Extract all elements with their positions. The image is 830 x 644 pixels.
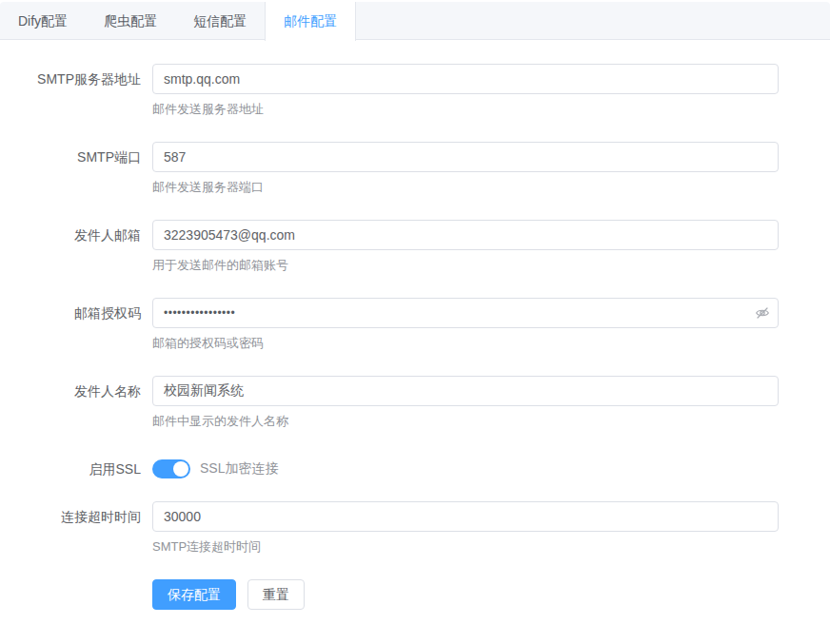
eye-off-icon: [755, 305, 770, 321]
form-item-sender-email: 发件人邮箱 用于发送邮件的邮箱账号: [0, 220, 830, 272]
reset-button[interactable]: 重置: [247, 579, 305, 610]
sender-name-input[interactable]: [152, 376, 779, 406]
smtp-port-hint: 邮件发送服务器端口: [152, 181, 779, 194]
timeout-hint: SMTP连接超时时间: [152, 540, 779, 554]
save-config-button[interactable]: 保存配置: [152, 579, 236, 610]
switch-knob: [173, 461, 188, 477]
toggle-password-visibility-button[interactable]: [755, 305, 770, 321]
form-item-smtp-host: SMTP服务器地址 邮件发送服务器地址: [0, 64, 830, 116]
auth-code-input[interactable]: [152, 298, 779, 328]
tabs-header: Dify配置 爬虫配置 短信配置 邮件配置: [0, 2, 830, 40]
form-item-sender-name: 发件人名称 邮件中显示的发件人名称: [0, 376, 830, 428]
ssl-switch-text: SSL加密连接: [200, 460, 278, 478]
auth-code-hint: 邮箱的授权码或密码: [152, 337, 779, 350]
enable-ssl-label: 启用SSL: [0, 454, 152, 484]
form-item-smtp-port: SMTP端口 邮件发送服务器端口: [0, 142, 830, 194]
form-item-auth-code: 邮箱授权码 邮箱的授权码或密码: [0, 298, 830, 350]
form-item-enable-ssl: 启用SSL SSL加密连接: [0, 454, 830, 484]
auth-code-label: 邮箱授权码: [0, 298, 152, 350]
tab-sms-config[interactable]: 短信配置: [175, 2, 265, 41]
actions-spacer: [0, 579, 152, 610]
sender-name-label: 发件人名称: [0, 376, 152, 428]
form-actions: 保存配置 重置: [0, 579, 830, 610]
sender-email-label: 发件人邮箱: [0, 220, 152, 272]
smtp-port-input[interactable]: [152, 142, 779, 172]
sender-name-hint: 邮件中显示的发件人名称: [152, 415, 779, 428]
smtp-host-input[interactable]: [152, 64, 779, 94]
smtp-port-label: SMTP端口: [0, 142, 152, 194]
tab-dify-config[interactable]: Dify配置: [0, 2, 86, 41]
sender-email-hint: 用于发送邮件的邮箱账号: [152, 259, 779, 272]
ssl-toggle-switch[interactable]: [152, 459, 190, 478]
email-config-form: SMTP服务器地址 邮件发送服务器地址 SMTP端口 邮件发送服务器端口 发件人…: [0, 40, 830, 610]
sender-email-input[interactable]: [152, 220, 779, 250]
tab-crawler-config[interactable]: 爬虫配置: [86, 2, 175, 41]
smtp-host-label: SMTP服务器地址: [0, 64, 152, 116]
timeout-label: 连接超时时间: [0, 501, 152, 554]
timeout-input[interactable]: [152, 501, 779, 532]
smtp-host-hint: 邮件发送服务器地址: [152, 103, 779, 116]
tab-email-config[interactable]: 邮件配置: [265, 2, 356, 41]
form-item-timeout: 连接超时时间 SMTP连接超时时间: [0, 501, 830, 554]
